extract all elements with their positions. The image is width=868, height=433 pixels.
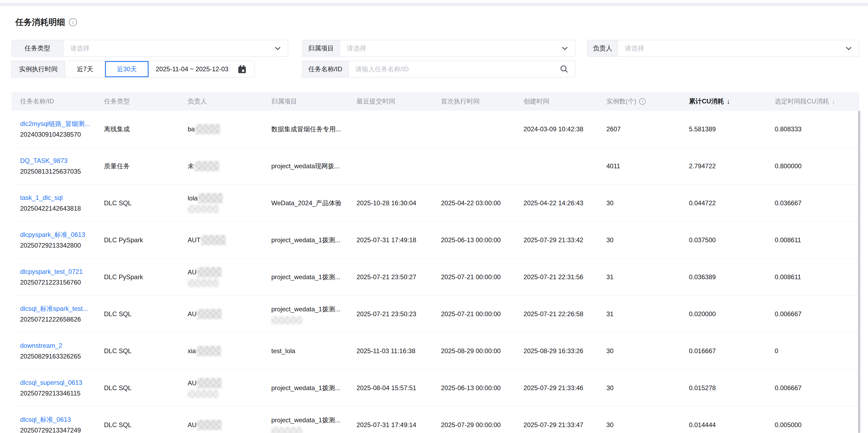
column-label: 任务名称/ID — [20, 97, 54, 106]
cell-last-submit-time: 2025-07-31 17:49:14 — [348, 406, 432, 433]
project-select[interactable]: 请选择 — [340, 40, 575, 56]
task-name-link[interactable]: task_1_dlc_sql — [20, 192, 92, 203]
cell-last-submit-time — [348, 147, 432, 185]
cell-instance-count: 30 — [598, 185, 680, 221]
table-row: dlcsql_标准spark_test... 20250721222658626… — [11, 296, 859, 333]
table-header-cell[interactable]: 任务类型 i ↓ — [95, 92, 179, 111]
task-type-select[interactable]: 请选择 — [63, 40, 288, 56]
task-name-link[interactable]: dlcsql_supersql_0613 — [20, 377, 92, 388]
table-header-cell[interactable]: 最近提交时间 i ↓ — [348, 92, 432, 111]
cell-first-run-time — [432, 147, 515, 185]
task-name-link[interactable]: downstream_2 — [20, 340, 92, 351]
cell-task-name-id: downstream_2 20250829163326265 — [11, 333, 95, 369]
cell-instance-count: 4011 — [598, 147, 680, 185]
quick-range-7d-button[interactable]: 近7天 — [65, 61, 105, 77]
cell-owner: AU — [179, 369, 263, 406]
cell-created-time: 2025-08-29 16:33:26 — [515, 333, 598, 369]
cell-last-submit-time: 2025-08-04 15:57:51 — [348, 369, 432, 406]
cell-last-submit-time: 2025-10-28 16:30:04 — [348, 185, 432, 221]
page-title: 任务消耗明细 — [15, 16, 65, 28]
task-name-link[interactable]: DQ_TASK_9873 — [20, 156, 92, 166]
cell-last-submit-time: 2025-07-31 17:49:18 — [348, 222, 432, 258]
table-header-cell[interactable]: 首次执行时间 i ↓ — [432, 92, 515, 111]
task-id: 20240309104238570 — [20, 129, 95, 140]
task-consumption-table: 任务名称/ID i ↓ 任务类型 i ↓ 负责人 i ↓ 归属项目 i ↓ 最近… — [11, 92, 859, 433]
table-header-cell[interactable]: 归属项目 i ↓ — [263, 92, 348, 111]
table-header-cell[interactable]: 累计CU消耗 i ↓ — [680, 92, 766, 111]
vertical-scrollbar[interactable] — [858, 111, 860, 433]
owner-select[interactable]: 请选择 — [618, 40, 859, 56]
cell-period-cu: 0.005000 — [766, 406, 859, 433]
task-id: 20250721222658626 — [20, 314, 95, 325]
cell-task-type: DLC SQL — [95, 333, 179, 369]
cell-task-name-id: dlcsql_标准spark_test... 20250721222658626 — [11, 296, 95, 332]
cell-period-cu: 0.006667 — [766, 296, 859, 332]
cell-task-name-id: task_1_dlc_sql 20250422142643818 — [11, 185, 95, 221]
cell-total-cu: 0.037500 — [680, 222, 766, 258]
project-name: test_lola — [271, 346, 348, 356]
project-name: project_wedata_1拨测... — [271, 415, 348, 426]
cell-created-time: 2025-07-21 22:31:56 — [515, 259, 598, 295]
project-label: 归属项目 — [302, 40, 340, 56]
cell-task-type: DLC SQL — [95, 406, 179, 433]
sort-arrow-icon[interactable]: ↓ — [832, 98, 835, 105]
chevron-down-icon — [275, 46, 281, 51]
column-label: 实例数(个) — [607, 97, 637, 106]
cell-task-name-id: dlcsql_supersql_0613 20250729213346115 — [11, 369, 95, 406]
cell-task-type: DLC PySpark — [95, 222, 179, 258]
cell-period-cu: 0 — [766, 333, 859, 369]
search-icon[interactable] — [560, 65, 568, 73]
owner-label: 负责人 — [588, 40, 618, 56]
column-label: 选定时间段CU消耗 — [775, 97, 829, 106]
table-row: dlcsql_supersql_0613 20250729213346115 D… — [11, 369, 859, 406]
table-header-cell[interactable]: 负责人 i ↓ — [179, 92, 263, 111]
instances-info-icon[interactable]: i — [639, 98, 646, 105]
cell-task-type: DLC SQL — [95, 185, 179, 221]
cell-owner: ba — [179, 111, 263, 147]
task-name-link[interactable]: dlcsql_标准_0613 — [20, 414, 92, 425]
task-name-link[interactable]: dlcsql_标准spark_test... — [20, 303, 92, 314]
cell-project: project_wedata_1拨测... — [263, 369, 348, 406]
cell-instance-count: 30 — [598, 406, 680, 433]
cell-project: WeData_2024_产品体验 — [263, 185, 348, 221]
cell-last-submit-time — [348, 111, 432, 147]
task-search-input[interactable]: 请输入任务名称/ID — [348, 61, 575, 77]
cell-project: project_wedata_1拨测... — [263, 406, 348, 433]
date-range-picker[interactable]: 2025-11-04 ~ 2025-12-03 — [149, 61, 254, 77]
date-range-value: 2025-11-04 ~ 2025-12-03 — [156, 65, 232, 73]
filter-project: 归属项目 请选择 — [302, 40, 575, 57]
column-label: 最近提交时间 — [356, 97, 395, 106]
cell-owner: 未 — [179, 147, 263, 185]
owner-name: AU — [188, 310, 196, 318]
cell-instance-count: 30 — [598, 369, 680, 406]
table-header-cell[interactable]: 任务名称/ID i ↓ — [11, 92, 95, 111]
cell-created-time: 2025-04-22 14:26:43 — [515, 185, 598, 221]
table-header-cell[interactable]: 实例数(个) i ↓ — [598, 92, 680, 111]
task-search-label: 任务名称/ID — [302, 61, 348, 77]
filter-task-search: 任务名称/ID 请输入任务名称/ID — [302, 61, 575, 77]
title-info-icon[interactable]: i — [69, 18, 77, 26]
sort-arrow-icon[interactable]: ↓ — [727, 98, 730, 105]
table-header-cell[interactable]: 选定时间段CU消耗 i ↓ — [766, 92, 859, 111]
redacted-owner-blob — [195, 161, 219, 171]
task-name-link[interactable]: dlc2mysql链路_冒烟测... — [20, 119, 92, 129]
cell-last-submit-time: 2025-11-03 11:16:38 — [348, 333, 432, 369]
table-header-cell[interactable]: 创建时间 i ↓ — [515, 92, 598, 111]
chevron-down-icon — [845, 46, 852, 51]
redacted-owner-blob — [197, 309, 222, 319]
cell-period-cu: 0.036667 — [766, 185, 859, 221]
quick-range-30d-button[interactable]: 近30天 — [105, 61, 149, 77]
column-label: 负责人 — [188, 97, 207, 106]
cell-total-cu: 0.016667 — [680, 333, 766, 369]
table-row: dlcpyspark_test_0721 20250721223156760 D… — [11, 259, 859, 296]
redacted-owner-blob-2 — [188, 205, 219, 213]
cell-owner: xia — [179, 333, 263, 369]
cell-instance-count: 30 — [598, 222, 680, 258]
project-name: 数据集成冒烟任务专用... — [271, 124, 348, 134]
cell-first-run-time: 2025-07-21 00:00:00 — [432, 259, 515, 295]
cell-first-run-time — [432, 111, 515, 147]
task-name-link[interactable]: dlcpyspark_标准_0613 — [20, 229, 92, 240]
task-name-link[interactable]: dlcpyspark_test_0721 — [20, 266, 92, 277]
redacted-owner-blob — [197, 378, 222, 388]
redacted-owner-blob — [201, 235, 226, 245]
